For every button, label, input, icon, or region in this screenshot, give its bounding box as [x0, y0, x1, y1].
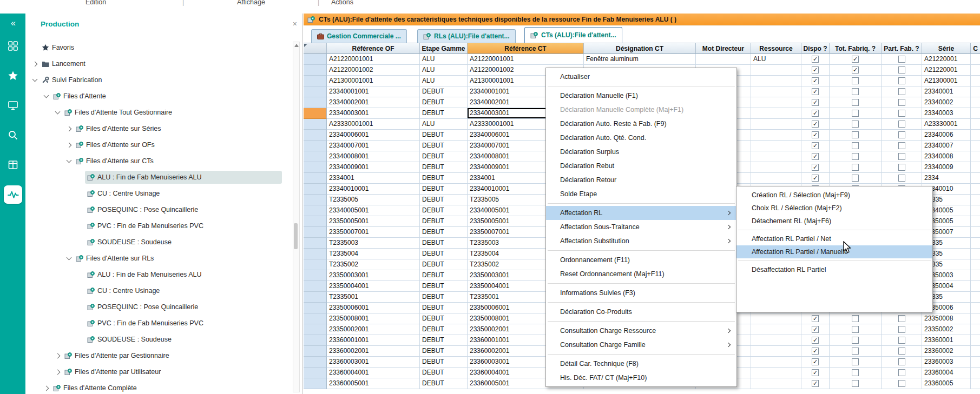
grid-cell-c[interactable] [971, 378, 980, 389]
unchecked-checkbox-part[interactable] [898, 88, 905, 95]
checked-checkbox-dispo[interactable]: ✓ [812, 142, 819, 149]
column-header-tot[interactable]: Tot. Fabriq. ? [830, 43, 882, 54]
menu-item[interactable]: Déclaration Manuelle (F1) [546, 89, 736, 103]
grid-cell-of[interactable]: 23350002001 [327, 324, 420, 335]
row-gutter[interactable] [304, 76, 327, 86]
unchecked-checkbox-tot[interactable] [852, 110, 859, 117]
grid-cell-dispo[interactable]: ✓ [801, 119, 830, 130]
tree-item[interactable]: Files d'Attente par Utilisateur [25, 364, 294, 380]
tree-item[interactable]: SOUDEUSE : Soudeuse [25, 234, 294, 250]
unchecked-checkbox-part[interactable] [898, 164, 905, 171]
grid-cell-tot[interactable] [830, 346, 882, 357]
grid-cell-part[interactable] [882, 86, 922, 97]
unchecked-checkbox-part[interactable] [898, 315, 905, 322]
menu-item[interactable]: Déclaration Auto. Reste à Fab. (F9) [546, 117, 736, 131]
grid-cell-etape[interactable]: DEBUT [420, 313, 468, 324]
unchecked-checkbox-tot[interactable] [852, 131, 859, 138]
menu-item[interactable]: Reset Ordonnancement (Maj+F11) [546, 267, 736, 281]
grid-cell-part[interactable] [882, 313, 922, 324]
tab-2[interactable]: RLs (ALU):File d'attent... [417, 29, 516, 43]
grid-cell-dispo[interactable]: ✓ [801, 368, 830, 378]
grid-cell-etape[interactable]: DEBUT [420, 108, 468, 119]
grid-cell-of[interactable]: 23350005001 [327, 216, 420, 227]
unchecked-checkbox-tot[interactable] [852, 175, 859, 182]
checked-checkbox-dispo[interactable]: ✓ [812, 369, 819, 376]
chevron-right-icon[interactable] [41, 386, 51, 390]
tab-3[interactable]: CTs (ALU):File d'attent... [524, 27, 622, 43]
grid-cell-part[interactable] [882, 97, 922, 108]
menu-item[interactable]: Déclaration Auto. Qté. Cond. [546, 131, 736, 145]
grid-cell-tot[interactable] [830, 324, 882, 335]
row-gutter[interactable] [304, 292, 327, 303]
grid-cell-res[interactable] [751, 86, 801, 97]
tree-item[interactable]: Files d'Attente Tout Gestionnaire [25, 104, 294, 121]
menu-item[interactable]: His. Déc. FAT/ CT (Maj+F10) [546, 371, 736, 385]
grid-cell-dispo[interactable]: ✓ [801, 130, 830, 141]
tree-item[interactable]: Lancement [25, 56, 294, 72]
chevron-right-icon[interactable] [30, 62, 40, 66]
grid-cell-of[interactable]: 23360001001 [327, 335, 420, 346]
columns-icon[interactable] [4, 156, 22, 174]
row-gutter[interactable] [304, 173, 327, 184]
grid-cell-tot[interactable] [830, 173, 882, 184]
grid-cell-res[interactable] [751, 335, 801, 346]
row-gutter[interactable] [304, 205, 327, 216]
unchecked-checkbox-tot[interactable] [852, 380, 859, 387]
unchecked-checkbox-part[interactable] [898, 337, 905, 344]
row-gutter[interactable] [304, 130, 327, 141]
checked-checkbox-dispo[interactable]: ✓ [812, 175, 819, 182]
grid-cell-serie[interactable]: A21220001 [922, 65, 971, 76]
menu-item[interactable]: Actualiser [546, 70, 736, 84]
row-gutter[interactable] [304, 335, 327, 346]
unchecked-checkbox-part[interactable] [898, 369, 905, 376]
row-gutter[interactable] [304, 119, 327, 130]
grid-cell-serie[interactable]: 23360001 [922, 335, 971, 346]
grid-cell-c[interactable] [971, 216, 980, 227]
row-gutter[interactable] [304, 324, 327, 335]
row-gutter[interactable] [304, 151, 327, 162]
unchecked-checkbox-tot[interactable] [852, 164, 859, 171]
grid-cell-dispo[interactable]: ✓ [801, 162, 830, 173]
row-gutter[interactable] [304, 108, 327, 119]
grid-cell-part[interactable] [882, 65, 922, 76]
grid-cell-part[interactable] [882, 130, 922, 141]
grid-cell-of[interactable]: 23360002001 [327, 346, 420, 357]
grid-cell-etape[interactable]: DEBUT [420, 249, 468, 259]
grid-cell-c[interactable] [971, 54, 980, 65]
column-header-etape[interactable]: Etape Gamme [420, 43, 468, 54]
grid-cell-serie[interactable]: A21220001 [922, 54, 971, 65]
grid-cell-tot[interactable] [830, 151, 882, 162]
grid-cell-dispo[interactable]: ✓ [801, 54, 830, 65]
grid-cell-of[interactable]: 23340002001 [327, 97, 420, 108]
grid-cell-of[interactable]: 23340007001 [327, 141, 420, 151]
grid-cell-etape[interactable]: DEBUT [420, 335, 468, 346]
menu-item[interactable]: Consultation Charge Famille [546, 338, 736, 352]
grid-cell-serie[interactable]: 23340002 [922, 97, 971, 108]
grid-cell-of[interactable]: T2335001 [327, 292, 420, 303]
tree-item[interactable]: Files d'Attente Complète [25, 380, 294, 394]
unchecked-checkbox-tot[interactable] [852, 153, 859, 160]
grid-cell-etape[interactable]: DEBUT [420, 141, 468, 151]
grid-cell-res[interactable] [751, 324, 801, 335]
menu-item[interactable]: Désaffectation RL Partiel [736, 263, 932, 276]
menu-item[interactable]: Affectation RL [546, 206, 736, 220]
grid-cell-of[interactable]: 23340006001 [327, 130, 420, 141]
grid-cell-part[interactable] [882, 324, 922, 335]
grid-cell-of[interactable]: 23350006001 [327, 303, 420, 313]
checked-checkbox-dispo[interactable]: ✓ [812, 88, 819, 95]
unchecked-checkbox-tot[interactable] [852, 121, 859, 128]
grid-cell-c[interactable] [971, 97, 980, 108]
row-gutter[interactable] [304, 216, 327, 227]
column-header-part[interactable]: Part. Fab. ? [882, 43, 922, 54]
collapse-sidebar-button[interactable]: « [0, 14, 25, 28]
grid-cell-of[interactable]: 23360004001 [327, 368, 420, 378]
grid-cell-c[interactable] [971, 184, 980, 195]
menu-item[interactable]: Affectation Sous-Traitance [546, 220, 736, 234]
activity-icon[interactable] [4, 185, 22, 204]
tree-item[interactable]: Suivi Fabrication [25, 72, 294, 88]
grid-cell-part[interactable] [882, 162, 922, 173]
checked-checkbox-dispo[interactable]: ✓ [812, 337, 819, 344]
grid-cell-etape[interactable]: DEBUT [420, 130, 468, 141]
grid-cell-dispo[interactable]: ✓ [801, 97, 830, 108]
grid-cell-c[interactable] [971, 270, 980, 281]
